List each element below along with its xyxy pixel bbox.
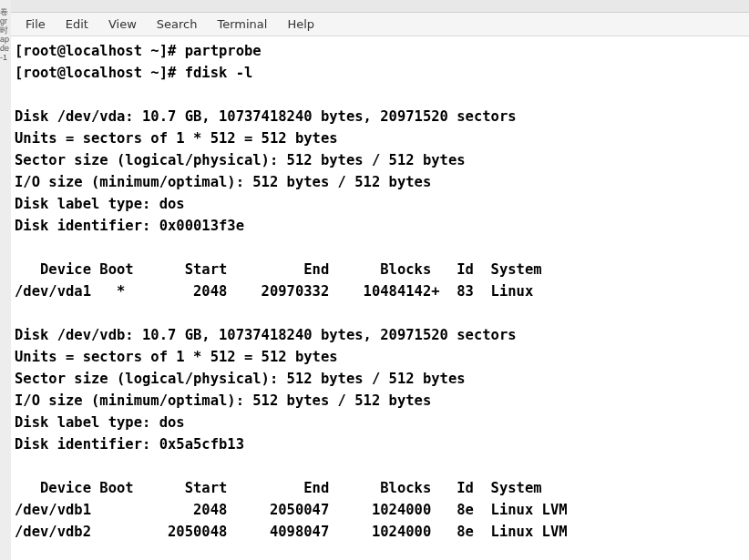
terminal-line: [root@localhost ~]# fdisk -l [15,65,252,81]
terminal-line: I/O size (minimum/optimal): 512 bytes / … [15,392,431,409]
terminal-line: Units = sectors of 1 * 512 = 512 bytes [15,130,338,147]
terminal-line: Disk label type: dos [15,414,185,431]
terminal-line: Disk /dev/vdb: 10.7 GB, 10737418240 byte… [15,327,517,343]
menu-edit[interactable]: Edit [56,15,97,34]
terminal-line: Disk /dev/vda: 10.7 GB, 10737418240 byte… [15,108,517,125]
terminal-output[interactable]: [root@localhost ~]# partprobe [root@loca… [11,36,749,560]
terminal-line: Disk label type: dos [15,196,185,212]
menu-file[interactable]: File [16,15,55,34]
menu-view[interactable]: View [99,15,146,34]
terminal-window: File Edit View Search Terminal Help [roo… [11,0,749,560]
menu-terminal[interactable]: Terminal [208,15,276,34]
menu-help[interactable]: Help [278,15,323,34]
partition-table-header: Device Boot Start End Blocks Id System [15,480,542,496]
terminal-line: Units = sectors of 1 * 512 = 512 bytes [15,349,338,365]
terminal-line: Sector size (logical/physical): 512 byte… [15,152,466,168]
terminal-line: Disk identifier: 0x00013f3e [15,218,244,234]
menubar: File Edit View Search Terminal Help [11,13,749,36]
menu-search[interactable]: Search [148,15,207,34]
partition-table-header: Device Boot Start End Blocks Id System [15,261,542,278]
terminal-line: [root@localhost ~]# partprobe [15,43,262,59]
terminal-line: Sector size (logical/physical): 512 byte… [15,371,466,387]
terminal-line: Disk identifier: 0x5a5cfb13 [15,436,244,453]
partition-table-row: /dev/vdb2 2050048 4098047 1024000 8e Lin… [15,524,568,540]
partition-table-row: /dev/vda1 * 2048 20970332 10484142+ 83 L… [15,283,533,300]
window-titlebar[interactable] [11,0,749,13]
partition-table-row: /dev/vdb1 2048 2050047 1024000 8e Linux … [15,502,568,518]
desktop-left-edge: 卷 gr 时 ap de -1 [0,0,11,560]
terminal-line: I/O size (minimum/optimal): 512 bytes / … [15,174,431,190]
